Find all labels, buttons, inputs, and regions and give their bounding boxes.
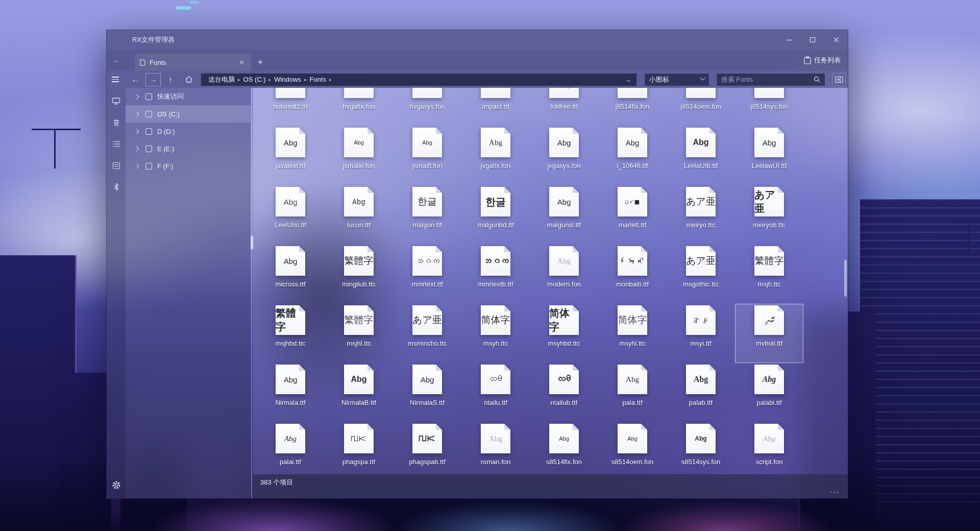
file-item[interactable]: 繁體字msjhbd.ttc: [256, 304, 325, 363]
tree-item[interactable]: F (F:): [126, 157, 251, 175]
chevron-right-icon[interactable]: [134, 111, 139, 116]
tree-item[interactable]: E (E:): [126, 140, 251, 157]
file-item[interactable]: Abgs8514sys.fon: [667, 422, 735, 474]
chevron-right-icon[interactable]: [134, 94, 139, 99]
file-item[interactable]: ꆈꌠmsyi.ttf: [667, 304, 735, 363]
settings-button[interactable]: [109, 478, 124, 492]
file-item[interactable]: Abgpala.ttf: [598, 363, 667, 422]
scrollbar-thumb[interactable]: [844, 260, 847, 297]
home-button[interactable]: [181, 73, 197, 86]
file-item[interactable]: Abgj8514oem.fon: [667, 88, 735, 126]
file-item[interactable]: あア亜msgothic.ttc: [667, 245, 735, 304]
file-item[interactable]: Abgjavatext.ttf: [256, 126, 325, 185]
file-name-label: jsmallf.fon: [412, 162, 443, 170]
task-list-button[interactable]: 任务列表: [804, 50, 841, 71]
file-list-button[interactable]: [109, 137, 124, 151]
file-item[interactable]: 繁體字msjh.ttc: [735, 245, 803, 304]
file-item[interactable]: Abgjvgafix.fon: [461, 126, 530, 185]
tab-close-icon[interactable]: [238, 58, 246, 66]
file-item[interactable]: Abgmalgunsl.ttf: [530, 185, 598, 245]
file-item[interactable]: 繁體字msjhl.ttc: [325, 304, 393, 363]
tab-back-button[interactable]: ←: [107, 50, 127, 71]
file-item[interactable]: Abghvgafix.fon: [325, 88, 393, 126]
file-item[interactable]: ▫✓■marlett.ttf: [598, 185, 667, 245]
file-item[interactable]: Abgmodern.fon: [530, 245, 598, 304]
file-item[interactable]: AbgNirmalaB.ttf: [325, 363, 393, 422]
this-pc-button[interactable]: [109, 94, 124, 108]
file-item[interactable]: Abgjsmallf.fon: [393, 126, 461, 185]
file-item[interactable]: Abgroman.fon: [461, 422, 530, 474]
nav-forward-button[interactable]: →: [145, 73, 161, 86]
file-item[interactable]: Abgs8514oem.fon: [598, 422, 667, 474]
file-item[interactable]: ᠮᠣᠩmonbaiti.ttf: [598, 245, 667, 304]
file-item[interactable]: Abgscript.fon: [735, 422, 803, 474]
file-item[interactable]: AbgInkfree.ttf: [530, 88, 598, 126]
tree-item[interactable]: OS (C:): [126, 105, 251, 123]
file-item[interactable]: ဘဂကmmrtextb.ttf: [461, 245, 530, 304]
file-item[interactable]: Abgl_10646.ttf: [598, 126, 667, 185]
breadcrumb-item[interactable]: Windows: [272, 76, 303, 83]
file-item[interactable]: 繁體字mingliub.ttc: [325, 245, 393, 304]
breadcrumb-item[interactable]: 这台电脑: [206, 75, 237, 84]
nav-up-button[interactable]: ↑: [163, 73, 178, 86]
preview-pane-toggle[interactable]: [832, 73, 846, 86]
file-item[interactable]: ބޮލިmvboli.ttf: [735, 304, 803, 363]
file-item[interactable]: 한글malgunbd.ttf: [461, 185, 530, 245]
tree-item[interactable]: D (D:): [126, 123, 251, 140]
tab-fonts[interactable]: Fonts: [135, 54, 251, 71]
file-item[interactable]: Abgholomdl2.ttf: [256, 88, 325, 126]
file-item[interactable]: AbgLeelawUI.ttf: [735, 126, 803, 185]
file-item[interactable]: Abglucon.ttf: [325, 185, 393, 245]
bluetooth-button[interactable]: [109, 180, 124, 194]
file-item[interactable]: Abgimpact.ttf: [461, 88, 530, 126]
file-item[interactable]: AbgNirmalaS.ttf: [393, 363, 461, 422]
file-item[interactable]: Abgj8514fix.fon: [598, 88, 667, 126]
more-options-button[interactable]: ···: [829, 488, 840, 496]
maximize-button[interactable]: [801, 30, 824, 50]
font-preview-glyph: Abg: [763, 375, 776, 384]
file-item[interactable]: Abgjvgasys.fon: [530, 126, 598, 185]
tree-item[interactable]: 快速访问: [126, 88, 251, 105]
search-input[interactable]: [721, 76, 814, 83]
file-item[interactable]: ꡃꡡphagspab.ttf: [393, 422, 461, 474]
chevron-right-icon[interactable]: [134, 146, 139, 151]
file-item[interactable]: Abgj8514sys.fon: [735, 88, 803, 126]
breadcrumb-item[interactable]: Fonts: [307, 76, 328, 83]
file-item[interactable]: Abgmicross.ttf: [256, 245, 325, 304]
file-item[interactable]: Abgs8514fix.fon: [530, 422, 598, 474]
search-icon[interactable]: [814, 76, 820, 83]
chevron-right-icon[interactable]: [134, 163, 139, 168]
breadcrumb-item[interactable]: OS (C:): [241, 76, 268, 83]
notes-button[interactable]: [109, 158, 124, 173]
view-mode-dropdown[interactable]: 小图标: [644, 73, 709, 86]
font-file-page: ဘဂက: [481, 246, 510, 276]
file-item[interactable]: Abghvgasys.fon: [393, 88, 461, 126]
file-item[interactable]: AbgLeelUIsl.ttf: [256, 185, 325, 245]
go-arrow-icon[interactable]: →: [624, 76, 631, 84]
file-item[interactable]: ᦟᦲntailub.ttf: [530, 363, 598, 422]
menu-button[interactable]: [108, 73, 123, 86]
file-item[interactable]: Abgjsmalle.fon: [325, 126, 393, 185]
file-item[interactable]: ဘဂကmmrtext.ttf: [393, 245, 461, 304]
file-item[interactable]: あア亜meiryo.ttc: [667, 185, 735, 245]
file-item[interactable]: AbgNirmala.ttf: [256, 363, 325, 422]
nav-back-button[interactable]: ←: [128, 73, 143, 86]
file-item[interactable]: Abgpalab.ttf: [667, 363, 735, 422]
file-item[interactable]: あア亜meiryob.ttc: [735, 185, 803, 245]
file-item[interactable]: 简体字msyh.ttc: [461, 304, 530, 363]
file-item[interactable]: Abgpalabi.ttf: [735, 363, 803, 422]
chevron-right-icon[interactable]: [134, 129, 139, 134]
minimize-button[interactable]: [777, 30, 801, 50]
file-item[interactable]: AbgLeelaUIb.ttf: [667, 126, 735, 185]
new-tab-button[interactable]: +: [251, 54, 270, 71]
file-item[interactable]: Abgpalai.ttf: [256, 422, 325, 474]
file-item[interactable]: ꡃꡡphagspa.ttf: [325, 422, 393, 474]
file-item[interactable]: 한글malgun.ttf: [393, 185, 461, 245]
close-button[interactable]: [824, 30, 848, 50]
file-item[interactable]: ᦟᦲntailu.ttf: [461, 363, 530, 422]
address-bar[interactable]: 这台电脑▸OS (C:)▸Windows▸Fonts▸ →: [201, 73, 637, 86]
file-item[interactable]: あア亜msmincho.ttc: [393, 304, 461, 363]
file-item[interactable]: 简体字msyhl.ttc: [598, 304, 667, 363]
recycle-bin-button[interactable]: [109, 115, 124, 130]
file-item[interactable]: 简体字msyhbd.ttc: [530, 304, 598, 363]
